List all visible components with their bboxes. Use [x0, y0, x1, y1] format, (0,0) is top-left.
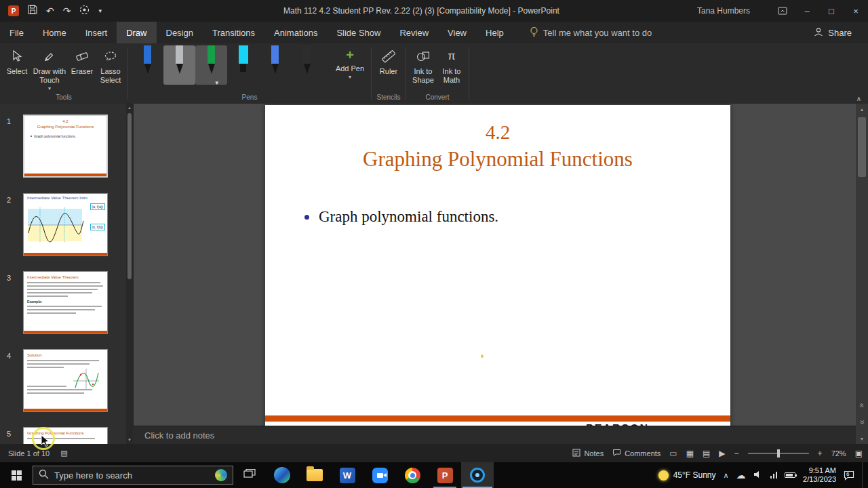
taskbar-app-chrome[interactable]	[396, 462, 429, 488]
add-icon: +	[346, 47, 354, 62]
taskbar-app-word[interactable]: W	[331, 462, 363, 488]
scroll-down-icon[interactable]: ▼	[126, 436, 133, 444]
action-center-button[interactable]: 6	[844, 470, 854, 481]
touch-mode-icon[interactable]	[79, 5, 90, 18]
tab-transitions[interactable]: Transitions	[203, 22, 264, 43]
zoom-slider[interactable]	[748, 453, 809, 454]
tab-animations[interactable]: Animations	[264, 22, 327, 43]
pen-options-chevron-icon[interactable]: ▾	[215, 79, 218, 86]
zoom-in-button[interactable]: +	[818, 449, 823, 458]
next-slide-button[interactable]: «	[854, 416, 868, 428]
slide-thumbnail-3[interactable]: Intermediate Value Theorem Example:	[23, 271, 108, 334]
slide-title-placeholder[interactable]: 4.2 Graphing Polynomial Functions	[265, 121, 730, 171]
close-button[interactable]: ×	[844, 0, 868, 22]
slide-show-button[interactable]: ▶	[719, 449, 725, 458]
add-pen-button[interactable]: + Add Pen ▾	[332, 45, 368, 80]
scrollbar-thumb[interactable]	[858, 117, 866, 177]
thumbnail-graph	[26, 203, 86, 247]
tab-insert[interactable]: Insert	[76, 22, 117, 43]
notes-toggle[interactable]: Notes	[572, 449, 604, 458]
ribbon-display-options-icon[interactable]	[770, 0, 795, 22]
tab-review[interactable]: Review	[390, 22, 438, 43]
draw-with-touch-button[interactable]: Draw with Touch ▾	[32, 45, 67, 92]
scroll-up-icon[interactable]: ▲	[856, 104, 868, 115]
ruler-icon	[381, 47, 396, 65]
comments-toggle[interactable]: Comments	[612, 449, 660, 458]
tab-file[interactable]: File	[0, 22, 33, 43]
sun-icon	[658, 470, 669, 481]
tell-me-box[interactable]: Tell me what you want to do	[530, 22, 652, 43]
thumbnail-footer-bar	[24, 253, 107, 256]
tab-help[interactable]: Help	[476, 22, 513, 43]
notes-icon	[572, 449, 580, 458]
maximize-button[interactable]: □	[819, 0, 844, 22]
tab-design[interactable]: Design	[157, 22, 203, 43]
eraser-button[interactable]: Eraser	[68, 45, 96, 76]
scroll-down-icon[interactable]: ▼	[856, 433, 868, 444]
slide-sorter-view-button[interactable]: ▦	[686, 449, 694, 458]
account-name[interactable]: Tana Humbers	[697, 6, 750, 16]
group-label-pens: Pens	[128, 92, 371, 104]
share-button[interactable]: Share	[814, 22, 868, 43]
undo-icon[interactable]: ↶	[46, 5, 54, 16]
start-button[interactable]	[0, 462, 33, 488]
show-desktop-button[interactable]	[862, 462, 865, 488]
pen-green-selected[interactable]: ▾	[195, 45, 227, 85]
eraser-icon	[75, 47, 89, 65]
thumbnail-panel-scrollbar[interactable]: ▲ ▼	[126, 104, 133, 444]
taskbar-clock[interactable]: 9:51 AM 2/13/2023	[803, 466, 836, 484]
collapse-ribbon-icon[interactable]: ∧	[856, 95, 861, 102]
minimize-button[interactable]: –	[795, 0, 819, 22]
taskbar-app-edge[interactable]	[266, 462, 298, 488]
tab-slide-show[interactable]: Slide Show	[327, 22, 390, 43]
weather-widget[interactable]: 45°F Sunny	[658, 470, 716, 481]
select-button[interactable]: Select	[3, 45, 31, 76]
tab-view[interactable]: View	[438, 22, 476, 43]
notes-pane[interactable]: Click to add notes	[133, 426, 856, 444]
search-placeholder: Type here to search	[54, 470, 132, 481]
taskbar-search-box[interactable]: Type here to search	[33, 466, 233, 485]
customize-qat-icon[interactable]: ▾	[98, 7, 102, 14]
zoom-out-button[interactable]: −	[734, 449, 739, 458]
normal-view-button[interactable]: ▭	[669, 449, 677, 458]
pen-galaxy[interactable]	[259, 45, 291, 85]
onedrive-icon[interactable]: ☁	[736, 470, 746, 481]
slide-body-placeholder[interactable]: Graph polynomial functions.	[304, 208, 498, 226]
taskbar-app-zoom[interactable]	[363, 462, 396, 488]
pen-gray-pencil[interactable]	[163, 45, 195, 85]
taskbar-app-active[interactable]	[461, 462, 494, 488]
taskbar-app-powerpoint[interactable]: P	[429, 462, 461, 488]
zoom-level[interactable]: 72%	[831, 449, 846, 458]
comments-icon	[612, 449, 621, 458]
volume-icon[interactable]	[753, 469, 763, 481]
battery-icon[interactable]	[785, 472, 795, 478]
search-highlights-icon[interactable]	[215, 469, 227, 481]
scrollbar-thumb[interactable]	[127, 113, 132, 279]
status-page-icon[interactable]: ▤	[60, 449, 67, 458]
show-hidden-icons-chevron[interactable]: ∧	[724, 471, 729, 480]
taskbar-app-file-explorer[interactable]	[298, 462, 331, 488]
task-view-button[interactable]	[233, 462, 266, 488]
scroll-up-icon[interactable]: ▲	[126, 104, 133, 112]
fit-to-window-button[interactable]: ▣	[855, 449, 863, 458]
ink-to-shape-button[interactable]: Ink to Shape	[410, 45, 437, 85]
slide-thumbnail-2[interactable]: Intermediate Value Theorem Intro (a, f(a…	[23, 193, 108, 256]
lasso-select-button[interactable]: Lasso Select	[97, 45, 124, 85]
main-scrollbar[interactable]: ▲ « « ▼	[856, 104, 868, 444]
pen-blue[interactable]	[132, 45, 163, 85]
redo-icon[interactable]: ↷	[63, 5, 71, 16]
pen-cyan-highlighter[interactable]	[227, 45, 259, 85]
tab-draw[interactable]: Draw	[117, 22, 156, 43]
save-icon[interactable]	[28, 5, 37, 17]
zoom-slider-thumb[interactable]	[777, 449, 780, 458]
slide-thumbnail-1[interactable]: 4.2 Graphing Polynomial Functions Graph …	[23, 115, 108, 178]
network-icon[interactable]	[770, 472, 778, 479]
slide-thumbnail-4[interactable]: Solution	[23, 349, 108, 412]
tab-home[interactable]: Home	[33, 22, 76, 43]
reading-view-button[interactable]: ▤	[703, 449, 710, 458]
previous-slide-button[interactable]: «	[854, 399, 868, 411]
slide-canvas[interactable]: 4.2 Graphing Polynomial Functions Graph …	[265, 105, 730, 426]
pen-black[interactable]	[291, 45, 323, 85]
ruler-button[interactable]: Ruler	[375, 45, 402, 76]
ink-to-math-button[interactable]: π Ink to Math	[438, 45, 465, 85]
